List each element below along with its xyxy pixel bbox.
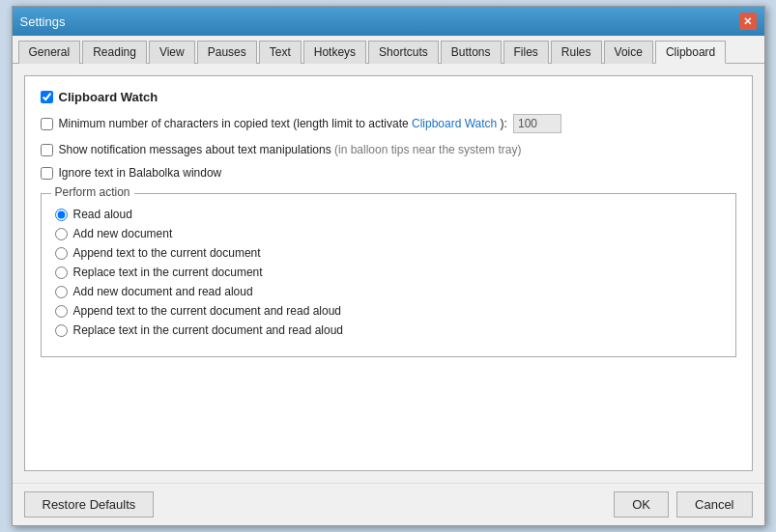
- tab-view[interactable]: View: [149, 41, 195, 64]
- radio-append-current[interactable]: [55, 247, 68, 260]
- tab-rules[interactable]: Rules: [551, 41, 602, 64]
- clipboard-watch-label: Clipboard Watch: [59, 90, 158, 104]
- radio-replace-and-read[interactable]: [55, 324, 68, 337]
- clipboard-panel: Clipboard Watch Minimum number of charac…: [24, 75, 753, 471]
- radio-replace-and-read-label: Replace text in the current document and…: [73, 323, 344, 337]
- perform-action-legend: Perform action: [51, 185, 134, 199]
- radio-add-and-read[interactable]: [55, 286, 68, 298]
- tabs-bar: General Reading View Pauses Text Hotkeys…: [13, 36, 764, 64]
- radio-row-read-aloud: Read aloud: [55, 208, 722, 221]
- radio-read-aloud-label: Read aloud: [73, 208, 132, 221]
- char-limit-colon: ):: [501, 117, 507, 130]
- ignore-label: Ignore text in Balabolka window: [59, 166, 222, 180]
- perform-action-group: Perform action Read aloud Add new docume…: [41, 193, 736, 357]
- radio-row-replace-current: Replace text in the current document: [55, 266, 722, 279]
- content-area: Clipboard Watch Minimum number of charac…: [13, 64, 764, 483]
- notification-row: Show notification messages about text ma…: [41, 143, 736, 156]
- notification-label: Show notification messages about text ma…: [59, 143, 522, 156]
- tab-pauses[interactable]: Pauses: [197, 41, 257, 64]
- tab-shortcuts[interactable]: Shortcuts: [368, 41, 439, 64]
- footer: Restore Defaults OK Cancel: [13, 483, 764, 525]
- notification-checkbox[interactable]: [41, 144, 53, 156]
- ok-button[interactable]: OK: [614, 491, 669, 518]
- radio-row-append-current: Append text to the current document: [55, 246, 722, 260]
- close-button[interactable]: ✕: [739, 13, 757, 30]
- tab-reading[interactable]: Reading: [82, 41, 147, 64]
- radio-row-replace-and-read: Replace text in the current document and…: [55, 323, 722, 337]
- tab-buttons[interactable]: Buttons: [441, 41, 502, 64]
- tab-hotkeys[interactable]: Hotkeys: [303, 41, 366, 64]
- notification-text1: Show notification messages about text ma…: [59, 143, 331, 156]
- footer-right-buttons: OK Cancel: [614, 491, 752, 518]
- tab-text[interactable]: Text: [259, 41, 302, 64]
- radio-add-and-read-label: Add new document and read aloud: [73, 285, 253, 298]
- tab-files[interactable]: Files: [503, 41, 549, 64]
- radio-append-and-read[interactable]: [55, 305, 68, 318]
- radio-replace-current[interactable]: [55, 266, 68, 279]
- clipboard-watch-checkbox[interactable]: [41, 91, 53, 103]
- restore-defaults-button[interactable]: Restore Defaults: [24, 491, 155, 518]
- tab-general[interactable]: General: [18, 41, 81, 64]
- radio-replace-current-label: Replace text in the current document: [73, 266, 263, 279]
- char-limit-paren: (length limit to activate: [293, 117, 412, 130]
- char-limit-label: Minimum number of characters in copied t…: [59, 117, 507, 130]
- char-limit-checkbox[interactable]: [41, 118, 53, 130]
- radio-add-doc-label: Add new document: [73, 227, 173, 240]
- char-limit-row: Minimum number of characters in copied t…: [41, 114, 736, 133]
- radio-row-add-doc: Add new document: [55, 227, 722, 240]
- radio-read-aloud[interactable]: [55, 209, 68, 221]
- cancel-button[interactable]: Cancel: [676, 491, 752, 518]
- char-limit-text1: Minimum number of characters in copied t…: [59, 117, 290, 130]
- clipboard-watch-link: Clipboard Watch: [412, 117, 497, 130]
- tab-clipboard[interactable]: Clipboard: [655, 41, 726, 64]
- char-limit-input[interactable]: [513, 114, 561, 133]
- clipboard-watch-row: Clipboard Watch: [41, 90, 736, 104]
- radio-row-add-and-read: Add new document and read aloud: [55, 285, 722, 298]
- title-bar: Settings ✕: [13, 7, 764, 36]
- radio-add-doc[interactable]: [55, 228, 68, 240]
- radio-row-append-and-read: Append text to the current document and …: [55, 304, 722, 318]
- notification-text2: (in balloon tips near the system tray): [334, 143, 521, 156]
- ignore-row: Ignore text in Balabolka window: [41, 166, 736, 180]
- settings-window: Settings ✕ General Reading View Pauses T…: [12, 6, 765, 526]
- window-title: Settings: [20, 14, 66, 29]
- radio-append-and-read-label: Append text to the current document and …: [73, 304, 342, 318]
- tab-voice[interactable]: Voice: [604, 41, 653, 64]
- radio-append-current-label: Append text to the current document: [73, 246, 261, 260]
- ignore-checkbox[interactable]: [41, 167, 53, 180]
